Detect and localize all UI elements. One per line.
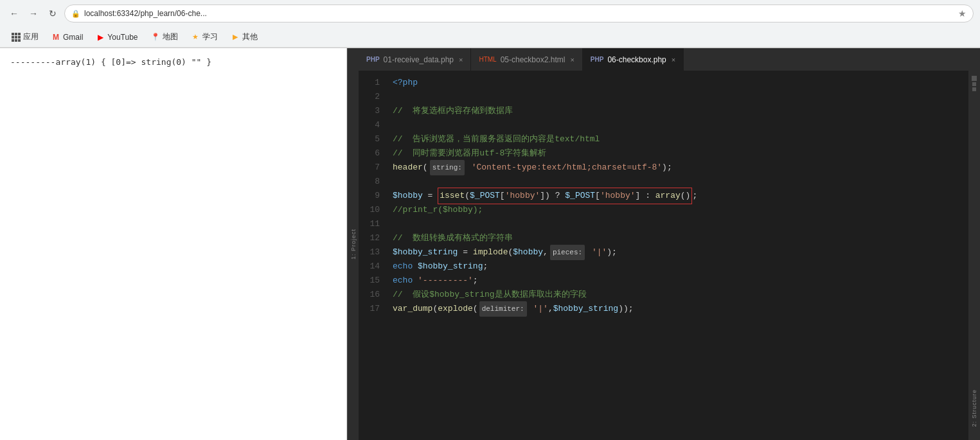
line-num-13: 13 <box>359 245 388 260</box>
project-label: 1: Project <box>350 229 357 260</box>
line-num-14: 14 <box>359 260 388 274</box>
tab-01-receive-data[interactable]: PHP 01-receive_data.php × <box>359 48 471 71</box>
ternary-q: ? <box>550 189 565 203</box>
vardump-paren: ( <box>432 302 438 316</box>
tab-01-close-icon[interactable]: × <box>459 56 463 64</box>
code-line-16: // 假设$hobby_string是从数据库取出来的字段 <box>393 288 968 302</box>
implode-close: ); <box>607 245 617 260</box>
gmail-icon: M <box>51 33 60 42</box>
tab-01-label: 01-receive_data.php <box>384 55 454 64</box>
code-line-1: <?php <box>393 76 968 90</box>
line-num-17: 17 <box>359 302 388 316</box>
dashes-string: '---------' <box>418 274 473 288</box>
bookmark-maps[interactable]: 📍 地图 <box>146 30 183 44</box>
string-param-hint: string: <box>430 160 465 175</box>
pieces-hint: pieces: <box>550 245 585 260</box>
bookmark-gmail[interactable]: M Gmail <box>46 31 88 44</box>
explode-close: )); <box>618 302 633 316</box>
line-num-3: 3 <box>359 104 388 118</box>
maps-label: 地图 <box>163 31 178 42</box>
browser-output-panel: ---------array(1) { [0]=> string(0) "" } <box>0 48 347 440</box>
code-line-7: header ( string: 'Content-type:text/html… <box>393 161 968 175</box>
bracket-open: [ <box>500 189 505 203</box>
php-file-icon-active: PHP <box>591 56 604 63</box>
assign-13: = <box>458 245 472 260</box>
paren-open: ( <box>423 161 428 175</box>
code-line-3: // 将复选框内容存储到数据库 <box>393 104 968 118</box>
code-line-2 <box>393 90 968 104</box>
ide-tabs: PHP 01-receive_data.php × HTML 05-checkb… <box>359 48 980 71</box>
bracket2-open: [ <box>595 189 600 203</box>
line-num-5: 5 <box>359 132 388 146</box>
line-num-11: 11 <box>359 217 388 231</box>
highlight-box: isset ( $_POST [ 'hobby' ]) ? $_POST [ '… <box>438 188 692 204</box>
code-line-13: $hobby_string = implode ( $hobby , piece… <box>393 245 968 260</box>
code-line-9: $hobby = isset ( $_POST [ 'hobby' ]) ? <box>393 189 968 203</box>
youtube-icon: ▶ <box>96 33 105 42</box>
isset-func: isset <box>440 189 465 203</box>
structure-icon-mid <box>972 82 976 86</box>
bookmark-apps[interactable]: 应用 <box>6 30 44 44</box>
bookmark-youtube[interactable]: ▶ YouTube <box>91 31 143 44</box>
delimiter-hint: delimiter: <box>479 301 527 317</box>
tab-05-label: 05-checkbox2.html <box>501 55 566 64</box>
echo-kw-15: echo <box>393 274 413 288</box>
code-line-17: var_dump ( explode ( delimiter: '|' , $h… <box>393 302 968 316</box>
tab-05-checkbox2[interactable]: HTML 05-checkbox2.html × <box>471 48 582 71</box>
comment-16: // 假设$hobby_string是从数据库取出来的字段 <box>393 288 587 302</box>
tab-06-close-icon[interactable]: × <box>672 56 675 64</box>
post-hobby-isset: $_POST <box>470 189 500 203</box>
other-label: 其他 <box>242 31 258 42</box>
header-func: header <box>393 161 423 175</box>
echo-semi-14: ; <box>483 260 488 274</box>
line-num-12: 12 <box>359 231 388 245</box>
implode-arg1: $hobby <box>513 245 543 260</box>
isset-paren: ( <box>465 189 470 203</box>
code-line-15: echo '---------' ; <box>393 274 968 288</box>
hobby-key-isset: 'hobby' <box>505 189 540 203</box>
learn-label: 学习 <box>202 31 218 42</box>
apps-grid-icon <box>12 33 21 42</box>
youtube-label: YouTube <box>107 33 138 42</box>
tab-06-label: 06-checkbox.php <box>607 55 666 64</box>
code-line-10: //print_r($hobby); <box>393 203 968 217</box>
line-num-6: 6 <box>359 146 388 161</box>
forward-button[interactable]: → <box>26 6 41 21</box>
bookmark-star-icon[interactable]: ★ <box>958 8 967 19</box>
post-hobby-val: $_POST <box>565 189 595 203</box>
line-num-4: 4 <box>359 118 388 132</box>
structure-icon-top <box>972 76 977 81</box>
comment-5: // 告诉浏览器，当前服务器返回的内容是text/html <box>393 132 600 146</box>
tab-06-checkbox[interactable]: PHP 06-checkbox.php × <box>583 48 684 71</box>
explode-func: explode <box>438 302 473 316</box>
explode-delim: '|' <box>528 302 548 316</box>
bookmark-learn[interactable]: ★ 学习 <box>186 30 223 44</box>
array-func: array <box>655 189 681 203</box>
implode-func: implode <box>473 245 508 260</box>
bracket-close: ]) <box>540 189 550 203</box>
code-line-11 <box>393 217 968 231</box>
back-button[interactable]: ← <box>6 6 22 21</box>
ternary-colon: : <box>640 189 655 203</box>
structure-panel-strip: 2: Structure <box>968 71 980 440</box>
ide-panel: 1: Project PHP 01-receive_data.php × HTM… <box>347 48 980 440</box>
address-bar[interactable]: 🔒 localhost:63342/php_learn/06-che... ★ <box>64 4 974 22</box>
line-num-2: 2 <box>359 90 388 104</box>
code-line-8 <box>393 175 968 189</box>
implode-separator: '|' <box>587 245 607 260</box>
structure-icon-bot <box>972 87 976 91</box>
bookmark-other[interactable]: ▶ 其他 <box>226 30 263 44</box>
output-text: ---------array(1) { [0]=> string(0) "" } <box>10 56 336 69</box>
hobby-key-val: 'hobby' <box>600 189 636 203</box>
line9-semi: ; <box>692 189 697 203</box>
line-num-16: 16 <box>359 288 388 302</box>
echo-kw-14: echo <box>393 260 413 274</box>
tab-05-close-icon[interactable]: × <box>570 56 574 64</box>
code-content[interactable]: <?php // 将复选框内容存储到数据库 // 告诉浏览器，当前服务器返回的内 <box>388 71 968 440</box>
code-line-14: echo $hobby_string ; <box>393 260 968 274</box>
line-num-15: 15 <box>359 274 388 288</box>
reload-button[interactable]: ↻ <box>45 6 60 21</box>
assign-op: = <box>423 189 438 203</box>
code-line-6: // 同时需要浏览器用utf-8字符集解析 <box>393 146 968 161</box>
echo-space-15 <box>413 274 418 288</box>
